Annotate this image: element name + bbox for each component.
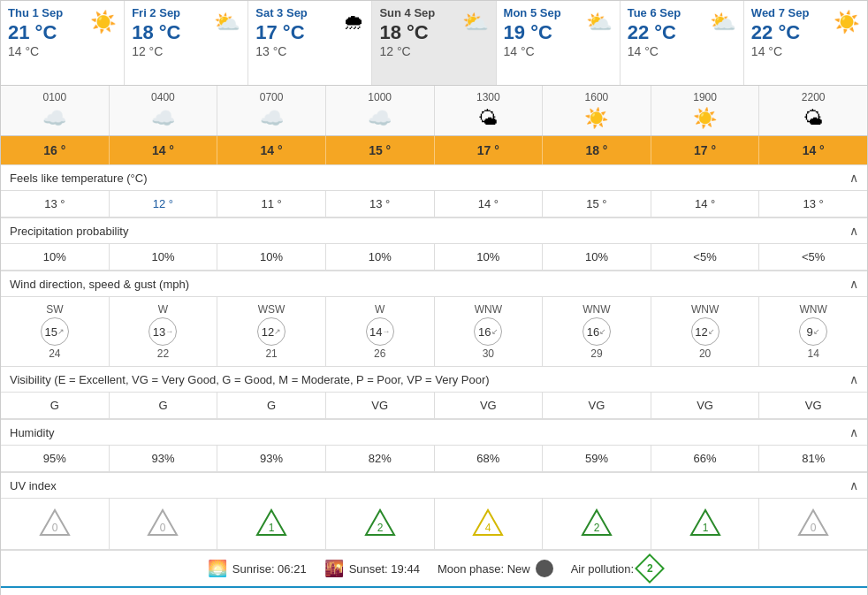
- vis-0: G: [1, 393, 110, 418]
- hour-label-1000: 1000: [333, 91, 427, 103]
- tempbar-7: 14 °: [759, 136, 867, 164]
- tempbar-3: 15 °: [326, 136, 435, 164]
- uv-5: 2: [543, 499, 651, 549]
- less-detail-button[interactable]: Less Detail ⌃⌃: [1, 586, 867, 595]
- wind-dir-1: W: [117, 303, 210, 316]
- sat-weather-icon: 🌧: [343, 10, 364, 34]
- sunset-item: 🌇 Sunset: 19:44: [324, 559, 420, 578]
- hum-1: 93%: [110, 446, 218, 471]
- hour-label-1900: 1900: [659, 91, 752, 103]
- fri-low: 12 °C: [132, 44, 240, 58]
- hum-3: 82%: [326, 446, 435, 471]
- hum-4: 68%: [435, 446, 544, 471]
- humidity-chevron[interactable]: ∧: [849, 425, 858, 439]
- uv-7: 0: [759, 499, 867, 549]
- svg-text:0: 0: [160, 522, 166, 534]
- svg-text:0: 0: [51, 522, 57, 534]
- feels-like-header[interactable]: Feels like temperature (°C) ∧: [1, 164, 867, 191]
- wind-header[interactable]: Wind direction, speed & gust (mph) ∧: [1, 271, 867, 297]
- hour-icon-0400: ☁️: [117, 107, 210, 130]
- uv-3: 2: [326, 499, 435, 549]
- hum-2: 93%: [217, 446, 326, 471]
- day-cell-mon: ⛅ Mon 5 Sep 19 °C 14 °C: [497, 1, 621, 85]
- vis-2: G: [217, 393, 326, 418]
- hourly-row: 0100 ☁️ 0400 ☁️ 0700 ☁️ 1000 ☁️ 1300 🌤 1…: [1, 86, 867, 136]
- bottom-info-bar: 🌅 Sunrise: 06:21 🌇 Sunset: 19:44 Moon ph…: [1, 550, 867, 586]
- hourly-1900: 1900 ☀️: [651, 86, 760, 135]
- wind-4: WNW 16↙ 30: [435, 297, 544, 366]
- wind-title: Wind direction, speed & gust (mph): [10, 278, 849, 291]
- humidity-row: 95% 93% 93% 82% 68% 59% 66% 81%: [1, 446, 867, 472]
- air-pollution-diamond: 2: [635, 553, 665, 584]
- uv-row: 0 0 1 2: [1, 499, 867, 550]
- wind-dir-4: WNW: [442, 303, 536, 316]
- wed-low: 14 °C: [751, 44, 860, 58]
- hourly-1300: 1300 🌤: [435, 86, 544, 135]
- feels-like-row: 13 ° 12 ° 11 ° 13 ° 14 ° 15 ° 14 ° 13 °: [1, 191, 867, 217]
- uv-tri-7: 0: [766, 505, 860, 543]
- tue-weather-icon: ⛅: [710, 10, 736, 34]
- sun-name: Sun 4 Sep: [379, 6, 435, 19]
- uv-chevron[interactable]: ∧: [849, 478, 858, 492]
- wind-circle-6: 12↙: [691, 317, 720, 346]
- hour-icon-1300: 🌤: [442, 107, 536, 130]
- wind-dir-5: WNW: [550, 303, 643, 316]
- sunrise-icon: 🌅: [208, 559, 227, 578]
- wind-gust-0: 24: [8, 347, 102, 360]
- hourly-1600: 1600 ☀️: [543, 86, 651, 135]
- uv-tri-5: 2: [550, 505, 643, 543]
- hour-label-2200: 2200: [766, 91, 860, 103]
- wind-0: SW 15↗ 24: [1, 297, 110, 366]
- feellike-0: 13 °: [1, 191, 110, 217]
- sunset-text: Sunset: 19:44: [349, 562, 420, 576]
- wind-1: W 13→ 22: [110, 297, 218, 366]
- precip-2: 10%: [217, 244, 326, 270]
- uv-tri-0: 0: [8, 505, 102, 543]
- wind-gust-5: 29: [550, 347, 643, 360]
- precip-chevron[interactable]: ∧: [849, 224, 858, 238]
- uv-header[interactable]: UV index ∧: [1, 472, 867, 499]
- tempbar-2: 14 °: [217, 136, 326, 164]
- moon-phase-icon: [536, 560, 553, 577]
- svg-text:2: 2: [594, 522, 600, 534]
- wind-chevron[interactable]: ∧: [849, 277, 858, 291]
- wind-5: WNW 16↙ 29: [543, 297, 651, 366]
- visibility-chevron[interactable]: ∧: [849, 372, 858, 386]
- vis-1: G: [110, 393, 218, 418]
- sunrise-item: 🌅 Sunrise: 06:21: [208, 559, 307, 578]
- vis-4: VG: [435, 393, 544, 418]
- day-cell-wed: ☀️ Wed 7 Sep 22 °C 14 °C: [744, 1, 867, 85]
- hour-icon-1600: ☀️: [550, 107, 643, 130]
- thu-weather-icon: ☀️: [90, 10, 117, 34]
- wed-name: Wed 7 Sep: [751, 6, 810, 19]
- wind-gust-1: 22: [117, 347, 210, 360]
- visibility-header[interactable]: Visibility (E = Excellent, VG = Very Goo…: [1, 366, 867, 393]
- svg-text:2: 2: [377, 522, 383, 534]
- hour-icon-0100: ☁️: [8, 107, 102, 130]
- wind-3: W 14→ 26: [326, 297, 435, 366]
- uv-tri-6: 1: [659, 505, 752, 543]
- uv-4: 4: [435, 499, 544, 549]
- wed-weather-icon: ☀️: [834, 10, 860, 34]
- uv-1: 0: [110, 499, 218, 549]
- tempbar-1: 14 °: [110, 136, 218, 164]
- day-cell-sun[interactable]: ⛅ Sun 4 Sep 18 °C 12 °C: [372, 1, 496, 85]
- sunrise-text: Sunrise: 06:21: [232, 562, 307, 576]
- wind-circle-7: 9↙: [799, 317, 827, 346]
- humidity-header[interactable]: Humidity ∧: [1, 419, 867, 446]
- uv-title: UV index: [10, 479, 849, 492]
- temp-bar-row: 16 ° 14 ° 14 ° 15 ° 17 ° 18 ° 17 ° 14 °: [1, 136, 867, 164]
- tue-low: 14 °C: [628, 44, 736, 58]
- sat-low: 13 °C: [255, 44, 364, 58]
- precip-6: <5%: [651, 244, 760, 270]
- feels-like-chevron[interactable]: ∧: [849, 171, 858, 185]
- sat-name: Sat 3 Sep: [255, 6, 308, 19]
- precip-3: 10%: [326, 244, 435, 270]
- wind-circle-4: 16↙: [474, 317, 502, 346]
- air-pollution-value: 2: [647, 562, 653, 575]
- precip-5: 10%: [543, 244, 651, 270]
- hourly-0400: 0400 ☁️: [110, 86, 218, 135]
- day-cell-fri: ⛅ Fri 2 Sep 18 °C 12 °C: [125, 1, 248, 85]
- hour-label-0400: 0400: [117, 91, 210, 103]
- precip-header[interactable]: Precipitation probability ∧: [1, 217, 867, 244]
